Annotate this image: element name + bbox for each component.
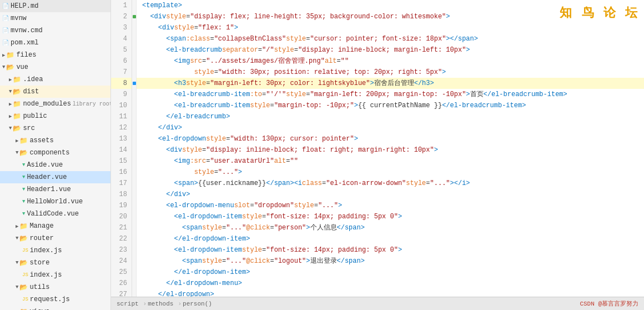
folder-icon: 📁: [19, 137, 28, 145]
xml-icon: 📄: [2, 39, 9, 46]
code-line-15: <img :src="user.avatarUrl" alt="": [137, 156, 644, 167]
arrow-icon: ▶: [16, 223, 18, 229]
watermark: 知 鸟 论 坛: [560, 4, 638, 21]
sidebar-item-helloworld-vue[interactable]: ▼ HelloWorld.vue: [0, 196, 110, 208]
arrow-icon: ▼: [16, 150, 18, 156]
arrow-icon: ▼: [16, 236, 18, 241]
arrow-icon: ▶: [9, 77, 12, 83]
folder-icon: 📁: [13, 76, 21, 84]
sidebar-item[interactable]: 📄 HELP.md: [0, 0, 110, 12]
sidebar-item-assets[interactable]: ▶ 📁 assets: [0, 134, 110, 147]
file-icon: 📄: [2, 27, 9, 34]
sidebar-item[interactable]: 📄 mvnw: [0, 12, 110, 24]
sidebar-item-idea[interactable]: ▶ 📁 .idea: [0, 73, 110, 86]
folder-icon: 📁: [19, 308, 28, 311]
arrow-icon: ▼: [16, 260, 18, 266]
sidebar-item-aside-vue[interactable]: ▼ Aside.vue: [0, 159, 110, 171]
sidebar-item-components[interactable]: ▼ 📂 components: [0, 147, 110, 159]
arrow-icon: ▼: [9, 89, 12, 94]
code-line-19: <el-dropdown-menu slot="dropdown" style=…: [137, 200, 644, 211]
sidebar-item-manage[interactable]: ▶ 📁 Manage: [0, 220, 110, 232]
sidebar-item-store-index[interactable]: JS index.js: [0, 269, 110, 281]
folder-icon: 📁: [6, 51, 14, 59]
status-arrow-1: ›: [143, 301, 147, 307]
vue-icon: ▼: [22, 211, 25, 217]
code-line-6: <img src="../assets/images/宿舍管理.png" alt…: [137, 56, 644, 67]
code-line-9: <el-breadcrumb-item :to="'/'" style="mar…: [137, 89, 644, 100]
code-content[interactable]: <template> <div style="display: flex; li…: [137, 0, 644, 297]
sidebar-item-router-index[interactable]: JS index.js: [0, 244, 110, 257]
status-methods: methods: [148, 301, 173, 307]
code-line-27: </el-dropdown>: [137, 289, 644, 297]
code-line-16: style="...">: [137, 167, 644, 178]
code-line-12: </div>: [137, 122, 644, 133]
library-label: library root: [73, 101, 111, 107]
sidebar-item-views[interactable]: ▶ 📁 views: [0, 306, 110, 310]
code-line-14: <div style="display: inline-block; float…: [137, 144, 644, 156]
folder-open-icon: 📂: [19, 149, 28, 157]
code-line-7: style="width: 30px; position: relative; …: [137, 67, 644, 78]
code-line-13: <el-dropdown style="width: 130px; cursor…: [137, 133, 644, 144]
sidebar-item-header1-vue[interactable]: ▼ Header1.vue: [0, 183, 110, 196]
sidebar-item[interactable]: 📄 pom.xml: [0, 37, 110, 49]
js-icon: JS: [22, 248, 28, 253]
code-container[interactable]: 1 2 3 4 5 6 7 8 9 10 11 12 13 14 15 16 1…: [111, 0, 644, 297]
code-line-23: <el-dropdown-item style="font-size: 14px…: [137, 244, 644, 256]
code-line-5: <el-breadcrumb separator="/" style="disp…: [137, 44, 644, 56]
code-line-26: </el-dropdown-menu>: [137, 278, 644, 289]
js-icon: JS: [22, 297, 28, 302]
status-person: person(): [183, 301, 212, 307]
code-line-8: <h3 style="margin-left: 30px; color: lig…: [137, 78, 644, 89]
code-line-10: <el-breadcrumb-item style="margin-top: -…: [137, 100, 644, 111]
status-script: script: [117, 301, 139, 307]
sidebar-item-router[interactable]: ▼ 📂 router: [0, 232, 110, 244]
js-icon: JS: [22, 272, 28, 278]
sidebar-item-utils[interactable]: ▼ 📂 utils: [0, 281, 110, 293]
code-line-4: <span :class="collapseBtnClass" style="c…: [137, 33, 644, 44]
sidebar-item[interactable]: 📄 mvnw.cmd: [0, 24, 110, 37]
arrow-icon: ▶: [16, 138, 18, 144]
line-numbers: 1 2 3 4 5 6 7 8 9 10 11 12 13 14 15 16 1…: [111, 0, 132, 297]
vue-icon: ▼: [22, 174, 25, 180]
md-icon: 📄: [2, 3, 9, 9]
sidebar-item-validcode-vue[interactable]: ▼ ValidCode.vue: [0, 208, 110, 220]
code-line-20: <el-dropdown-item style="font-size: 14px…: [137, 211, 644, 222]
folder-open-icon: 📂: [13, 124, 21, 133]
status-arrow-2: ›: [178, 301, 182, 307]
csdn-tag: CSDN @慕言言罗努力: [580, 299, 638, 308]
arrow-icon: ▶: [9, 101, 12, 107]
change-markers: [132, 0, 137, 297]
vue-icon: ▼: [22, 187, 25, 192]
file-explorer: 📄 HELP.md 📄 mvnw 📄 mvnw.cmd 📄 pom.xml ▶ …: [0, 0, 111, 310]
vue-icon: ▼: [22, 162, 25, 168]
arrow-icon: ▶: [9, 113, 12, 119]
arrow-icon: ▶: [2, 52, 5, 58]
sidebar-item-store[interactable]: ▼ 📂 store: [0, 257, 110, 269]
sidebar-item-request[interactable]: JS request.js: [0, 293, 110, 306]
folder-open-icon: 📂: [19, 259, 28, 267]
code-line-17: <span>{{user.nickname}}</span><i class="…: [137, 178, 644, 189]
vue-icon: ▼: [22, 199, 25, 204]
folder-icon: 📁: [19, 222, 28, 231]
code-line-24: <span style="..." @click="logout">退出登录</…: [137, 256, 644, 267]
code-line-21: <span style="..." @click="person">个人信息</…: [137, 222, 644, 233]
code-line-22: </el-dropdown-item>: [137, 233, 644, 244]
file-icon: 📄: [2, 15, 9, 22]
sidebar-item-dist[interactable]: ▼ 📂 dist: [0, 86, 110, 98]
code-line-3: <div style="flex: 1">: [137, 22, 644, 33]
sidebar-item-src[interactable]: ▼ 📂 src: [0, 122, 110, 134]
sidebar-item-node-modules[interactable]: ▶ 📁 node_modules library root: [0, 98, 110, 110]
folder-icon: 📁: [13, 112, 21, 121]
sidebar-item-files[interactable]: ▶ 📁 files: [0, 49, 110, 61]
sidebar-item-header-vue[interactable]: ▼ Header.vue: [0, 171, 110, 183]
sidebar-item-public[interactable]: ▶ 📁 public: [0, 110, 110, 122]
arrow-icon: ▼: [9, 126, 12, 131]
code-line-11: </el-breadcrumb>: [137, 111, 644, 122]
arrow-icon: ▼: [2, 64, 5, 70]
folder-open-icon: 📂: [13, 88, 21, 96]
editor-area: 1 2 3 4 5 6 7 8 9 10 11 12 13 14 15 16 1…: [111, 0, 644, 310]
arrow-icon: ▼: [16, 284, 18, 290]
sidebar-item-vue[interactable]: ▼ 📂 vue: [0, 61, 110, 73]
folder-open-icon: 📂: [19, 234, 28, 243]
folder-open-icon: 📂: [6, 63, 14, 72]
